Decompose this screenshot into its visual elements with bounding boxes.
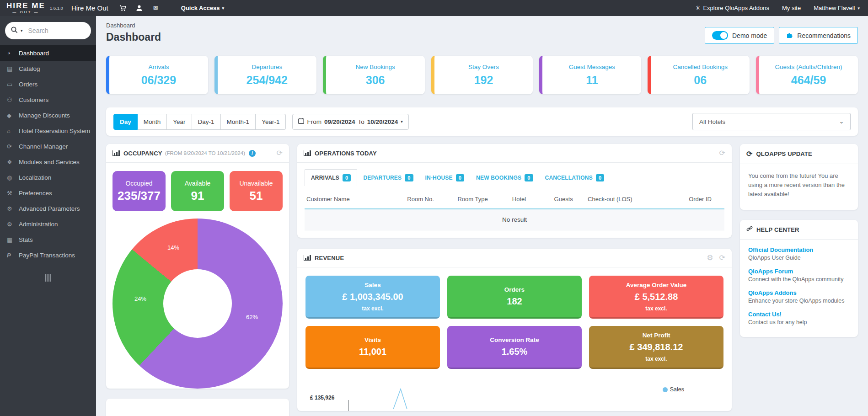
occupancy-panel: OCCUPANCY (FROM 9/20/2024 TO 10/21/2024)… xyxy=(106,144,289,389)
empty-table-row: No result xyxy=(305,209,724,230)
user-icon[interactable] xyxy=(136,5,143,11)
search-input[interactable] xyxy=(28,27,85,34)
puzzle-icon xyxy=(786,32,793,40)
sidebar-item-channel-manager[interactable]: ⟳ Channel Manager xyxy=(0,139,96,154)
link-icon xyxy=(746,225,753,234)
sidebar-item-modules-and-services[interactable]: ❖ Modules and Services xyxy=(0,154,96,170)
tab-departures[interactable]: DEPARTURES 0 xyxy=(357,169,419,186)
sidebar-search: ▾ xyxy=(5,22,91,39)
filter-bar: Day Month Year Day-1 Month-1 Year-1 From… xyxy=(106,107,858,136)
my-site-link[interactable]: My site xyxy=(782,5,801,11)
mail-icon[interactable]: ✉ xyxy=(152,5,159,11)
globe-icon: ◍ xyxy=(7,174,19,181)
caret-down-icon: ▾ xyxy=(401,119,403,124)
shop-name-link[interactable]: Hire Me Out xyxy=(71,4,108,12)
refresh-icon[interactable]: ⟳ xyxy=(719,254,725,261)
sidebar-item-paypal-transactions[interactable]: P PayPal Transactions xyxy=(0,247,96,263)
kpi-guest-messages: Guest Messages 11 xyxy=(539,56,641,94)
sidebar-item-dashboard[interactable]: ◔ Dashboard xyxy=(0,45,96,61)
sync-icon: ⟳ xyxy=(7,143,19,150)
sidebar-item-manage-discounts[interactable]: ◆ Manage Discounts xyxy=(0,107,96,123)
chart-panel-icon xyxy=(113,150,120,156)
hotel-filter-select[interactable]: All Hotels ⌄ xyxy=(692,113,851,130)
range-button-day[interactable]: Day xyxy=(113,114,138,130)
partially-visible-panel xyxy=(106,399,289,416)
user-menu[interactable]: Matthew Flavell ▾ xyxy=(814,5,860,11)
kpi-arrivals: Arrivals 06/329 xyxy=(106,56,208,94)
explore-addons-link[interactable]: ✳ Explore QloApps Addons xyxy=(696,5,769,11)
demo-mode-button[interactable]: Demo mode xyxy=(705,27,774,44)
donut-label-available: 24% xyxy=(134,295,146,302)
date-to: 10/20/2024 xyxy=(367,118,398,125)
tab-in-house[interactable]: IN-HOUSE 0 xyxy=(419,169,471,186)
y-axis-tick-label: £ 135,926 xyxy=(310,395,334,401)
main-content: Dashboard Dashboard Demo mode Recommenda… xyxy=(96,16,868,416)
hotel-icon: ⌂ xyxy=(7,128,19,134)
sidebar-item-advanced-parameters[interactable]: ⚙ Advanced Parameters xyxy=(0,201,96,216)
help-link-addons: QloApps Addons Enhance your store QloApp… xyxy=(748,289,850,304)
count-badge: 0 xyxy=(405,174,413,181)
sidebar-item-customers[interactable]: ⚇ Customers xyxy=(0,92,96,107)
available-card: Available 91 xyxy=(171,171,224,211)
collapse-menu-icon[interactable] xyxy=(45,274,51,282)
sidebar-item-orders[interactable]: ▭ Orders xyxy=(0,76,96,92)
customers-icon: ⚇ xyxy=(7,96,19,103)
revenue-title: REVENUE xyxy=(315,255,344,261)
sidebar-item-preferences[interactable]: ⚒ Preferences xyxy=(0,185,96,201)
sales-series-spike xyxy=(388,387,424,411)
range-button-year[interactable]: Year xyxy=(167,114,192,130)
occupied-card: Occupied 235/377 xyxy=(113,171,166,211)
wrench-icon: ⚒ xyxy=(7,190,19,197)
gear-icon[interactable]: ⚙ xyxy=(707,254,713,261)
cart-icon[interactable] xyxy=(119,5,126,11)
conversion-rate-card: Conversion Rate 1.65% xyxy=(447,326,582,369)
visits-card: Visits 11,001 xyxy=(305,326,440,369)
chart-legend-sales[interactable]: Sales xyxy=(663,386,684,393)
demo-mode-toggle[interactable] xyxy=(712,31,728,40)
kpi-new-bookings: New Bookings 306 xyxy=(323,56,425,94)
paypal-icon: P xyxy=(7,252,19,259)
help-center-panel: HELP CENTER Official Documentation QloAp… xyxy=(740,220,858,337)
kpi-stay-overs: Stay Overs 192 xyxy=(431,56,533,94)
dashboard-icon: ◔ xyxy=(7,50,19,57)
count-badge: 0 xyxy=(456,174,464,181)
orders-card: Orders 182 xyxy=(447,276,582,319)
tab-cancellations[interactable]: CANCELLATIONS 0 xyxy=(539,169,611,186)
refresh-icon[interactable]: ⟳ xyxy=(719,149,725,157)
quick-access-menu[interactable]: Quick Access ▾ xyxy=(181,5,224,11)
kpi-departures: Departures 254/942 xyxy=(214,56,316,94)
info-icon[interactable]: i xyxy=(249,150,256,157)
donut-label-occupied: 62% xyxy=(246,314,258,320)
sidebar-item-administration[interactable]: ⚙ Administration xyxy=(0,216,96,232)
kpi-guests: Guests (Adults/Children) 464/59 xyxy=(756,56,858,94)
sidebar-item-catalog[interactable]: ▤ Catalog xyxy=(0,61,96,76)
bar-chart-icon: ▦ xyxy=(7,236,19,243)
date-range-picker[interactable]: From 09/20/2024 To 10/20/2024 ▾ xyxy=(292,114,408,130)
range-button-year-1[interactable]: Year-1 xyxy=(256,114,286,130)
operations-title: OPERATIONS TODAY xyxy=(315,150,377,157)
search-scope-caret-icon[interactable]: ▾ xyxy=(21,28,23,33)
kpi-cancelled-bookings: Cancelled Bookings 06 xyxy=(648,56,750,94)
calendar-icon xyxy=(298,118,304,125)
tab-new-bookings[interactable]: NEW BOOKINGS 0 xyxy=(470,169,539,186)
occupancy-title: OCCUPANCY xyxy=(123,150,162,157)
range-button-month[interactable]: Month xyxy=(138,114,167,130)
cogs-icon: ⚙ xyxy=(7,205,19,212)
recommendations-button[interactable]: Recommendations xyxy=(779,27,858,44)
sidebar-item-localization[interactable]: ◍ Localization xyxy=(0,170,96,185)
sidebar-item-hotel-reservation-system[interactable]: ⌂ Hotel Reservation System xyxy=(0,123,96,139)
caret-down-icon: ▾ xyxy=(857,6,860,11)
sidebar: ▾ ◔ Dashboard ▤ Catalog ▭ Orders ⚇ Custo… xyxy=(0,16,96,416)
tab-arrivals[interactable]: ARRIVALS 0 xyxy=(305,169,357,186)
kpi-row: Arrivals 06/329 Departures 254/942 New B… xyxy=(106,56,858,94)
unavailable-card: Unavailable 51 xyxy=(230,171,283,211)
range-button-day-1[interactable]: Day-1 xyxy=(192,114,221,130)
help-link-contact: Contact Us! Contact us for any help xyxy=(748,311,850,325)
qloapps-update-panel: ⟳ QLOAPPS UPDATE You come from the futur… xyxy=(740,144,858,210)
sidebar-item-stats[interactable]: ▦ Stats xyxy=(0,232,96,247)
range-button-month-1[interactable]: Month-1 xyxy=(221,114,256,130)
refresh-icon: ⟳ xyxy=(746,149,752,158)
search-icon xyxy=(11,27,18,35)
refresh-icon[interactable]: ⟳ xyxy=(277,149,283,157)
addons-spark-icon: ✳ xyxy=(696,5,701,11)
